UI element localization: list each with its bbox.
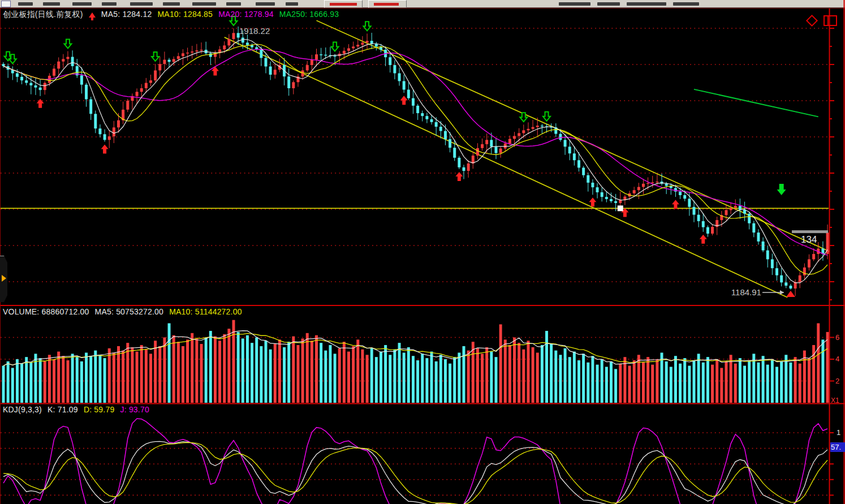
trendline-2 <box>225 37 788 298</box>
left-panel-expand-handle[interactable] <box>0 256 8 303</box>
sell-signal-arrow <box>331 42 339 51</box>
split-window-icon[interactable] <box>824 15 837 26</box>
volume-value: VOLUME: 68860712.00 <box>3 307 89 316</box>
kdj-k-line <box>3 441 827 504</box>
kdj-current-value-box: 57. <box>830 442 845 452</box>
ma20-value: MA20: 1278.94 <box>218 10 274 19</box>
white-square-marker <box>618 205 623 211</box>
ma250-value: MA250: 1666.93 <box>279 10 339 19</box>
volume-axis-label-60m: 6 <box>835 333 839 342</box>
ma5-value: MA5: 1284.12 <box>101 10 152 19</box>
candlestick-layer <box>2 27 829 296</box>
pane-frames <box>0 0 845 504</box>
kdj-name: KDJ(9,3,3) <box>3 405 42 414</box>
low-price-label: 1184.91 <box>731 287 761 297</box>
kdj-j-value: J: 93.70 <box>120 405 149 414</box>
sell-signal-arrow <box>364 21 371 31</box>
buy-signal-arrow <box>400 96 408 105</box>
last-price-tag-bar <box>792 230 828 233</box>
sell-signal-arrow <box>152 52 159 61</box>
kdj-pane <box>3 419 827 504</box>
sell-signal-arrow <box>520 113 527 122</box>
chart-canvas[interactable]: 1918.221184.91134 <box>0 0 845 504</box>
sell-signal-arrow <box>64 39 71 48</box>
volume-header: VOLUME: 68860712.00 MA5: 50753272.00 MA1… <box>3 307 245 316</box>
price-annotations: 1918.221184.91134 <box>239 26 828 297</box>
buy-signal-arrow <box>700 235 707 244</box>
low-point-triangle <box>786 291 795 297</box>
trading-terminal-window: 1918.221184.91134 创业板指(日线.前复权) MA5: 1284… <box>0 0 845 504</box>
kdj-j-line <box>3 419 827 504</box>
buy-signal-arrow <box>101 144 109 153</box>
x-zoom-indicator: X1 <box>831 397 839 404</box>
signal-markers <box>5 16 786 244</box>
big-sell-arrow <box>777 184 786 195</box>
buy-signal-arrow <box>589 197 596 206</box>
kdj-d-line <box>3 442 827 504</box>
kdj-k-value: K: 71.09 <box>48 405 78 414</box>
high-price-label: 1918.22 <box>239 26 270 36</box>
main-price-pane <box>1 20 837 298</box>
main-chart-header: 创业板指(日线.前复权) MA5: 1284.12 MA10: 1284.85 … <box>3 10 342 20</box>
kdj-d-value: D: 59.79 <box>84 405 115 414</box>
kdj-header: KDJ(9,3,3) K: 71.09 D: 59.79 J: 93.70 <box>3 405 153 414</box>
volume-axis-label-20m: 2 <box>835 377 839 385</box>
last-price-tag-text: 134 <box>801 234 817 245</box>
kdj-axis-label-100: 1 <box>837 428 840 437</box>
gridlines <box>1 28 829 495</box>
volume-ma10-value: MA10: 51144272.00 <box>169 307 242 316</box>
ma250-line <box>694 89 818 117</box>
volume-pane <box>2 320 829 403</box>
trendline-1 <box>317 20 837 255</box>
volume-axis-label-40m: 4 <box>835 355 839 363</box>
symbol-title: 创业板指(日线.前复权) <box>3 10 83 19</box>
volume-ma5-value: MA5: 50753272.00 <box>95 307 164 316</box>
buy-signal-arrow <box>455 172 463 181</box>
volume-bars <box>2 320 829 403</box>
ma10-value: MA10: 1284.85 <box>157 10 213 19</box>
sell-signal-arrow <box>543 112 550 121</box>
ma5-line <box>3 40 827 283</box>
expand-arrow-icon <box>2 275 6 282</box>
trend-up-arrow-icon <box>89 12 96 18</box>
buy-signal-arrow <box>672 200 679 209</box>
